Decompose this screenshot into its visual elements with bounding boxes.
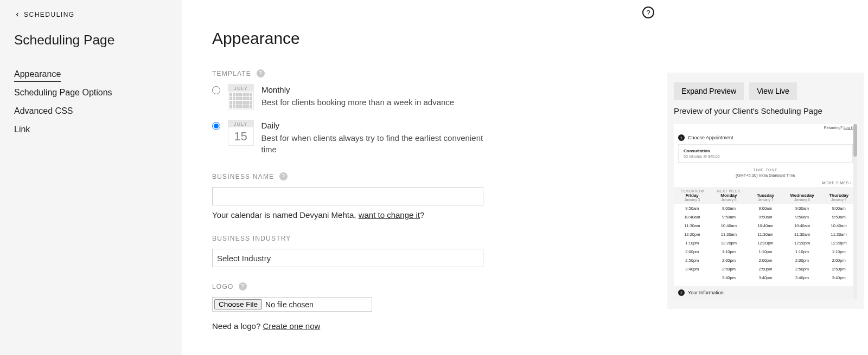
sidebar-item-options[interactable]: Scheduling Page Options bbox=[14, 83, 168, 102]
time-slot[interactable]: 10:40am bbox=[747, 221, 784, 230]
preview-caption: Preview of your Client's Scheduling Page bbox=[674, 106, 857, 115]
chevron-left-icon bbox=[14, 11, 21, 18]
step-1-header: 1 Choose Appointment bbox=[674, 131, 857, 144]
create-logo-link[interactable]: Create one now bbox=[263, 321, 320, 331]
preview-panel: Expand Preview View Live Preview of your… bbox=[667, 0, 868, 355]
time-slot[interactable]: 3:40pm bbox=[711, 273, 748, 282]
sidebar: SCHEDULING Scheduling Page Appearance Sc… bbox=[0, 0, 182, 355]
time-slot[interactable]: 2:50pm bbox=[711, 264, 748, 273]
sidebar-item-link[interactable]: Link bbox=[14, 120, 168, 139]
time-slot[interactable]: 9:00am bbox=[784, 204, 821, 212]
time-slot[interactable]: 2:00pm bbox=[747, 256, 784, 264]
time-slot[interactable]: 1:10pm bbox=[784, 247, 821, 256]
more-times-link[interactable]: MORE TIMES bbox=[674, 181, 857, 185]
main-content: ? Appearance TEMPLATE ? JULY Monthly Bes… bbox=[182, 0, 667, 355]
time-slot[interactable]: 2:00pm bbox=[711, 256, 748, 264]
time-slot[interactable]: 11:30am bbox=[820, 230, 857, 238]
scheduling-preview: Returning? Log in 1 Choose Appointment C… bbox=[674, 124, 857, 299]
file-status: No file chosen bbox=[265, 300, 314, 309]
time-slot[interactable]: 10:40am bbox=[784, 221, 821, 230]
step-2-header: 2 Your Information bbox=[674, 286, 857, 299]
scrollbar[interactable] bbox=[853, 124, 857, 299]
view-live-button[interactable]: View Live bbox=[749, 82, 797, 100]
time-slot[interactable]: 12:20pm bbox=[747, 238, 784, 247]
time-slot[interactable]: 2:50pm bbox=[820, 264, 857, 273]
step-number-icon: 1 bbox=[678, 134, 685, 141]
help-dot-icon[interactable]: ? bbox=[279, 172, 288, 180]
time-slot[interactable]: 10:40am bbox=[711, 221, 748, 230]
time-slot[interactable]: 3:40pm bbox=[674, 264, 711, 273]
sidebar-nav: Appearance Scheduling Page Options Advan… bbox=[14, 65, 168, 139]
template-desc: Best for when clients always try to find… bbox=[261, 132, 494, 155]
calendar-day-icon: JULY 15 bbox=[228, 120, 254, 146]
expand-preview-button[interactable]: Expand Preview bbox=[674, 82, 744, 100]
need-logo-hint: Need a logo? Create one now bbox=[212, 321, 637, 331]
back-label: SCHEDULING bbox=[24, 11, 75, 18]
time-slot[interactable]: 9:50am bbox=[711, 212, 748, 221]
day-column-header[interactable]: WednesdayJanuary 8 bbox=[784, 187, 821, 204]
day-column-header[interactable]: NEXT WEEKMondayJanuary 6 bbox=[711, 187, 748, 204]
time-slot bbox=[674, 273, 711, 282]
time-slot[interactable]: 9:00am bbox=[747, 204, 784, 212]
logo-label: LOGO ? bbox=[212, 282, 637, 291]
template-radio-daily[interactable] bbox=[212, 122, 220, 130]
logo-file-input[interactable]: Choose File No file chosen bbox=[212, 297, 372, 312]
time-slot[interactable]: 1:10pm bbox=[747, 247, 784, 256]
change-name-link[interactable]: want to change it bbox=[359, 210, 420, 220]
sidebar-item-advanced-css[interactable]: Advanced CSS bbox=[14, 102, 168, 120]
template-title: Daily bbox=[261, 120, 494, 131]
time-slot[interactable]: 2:00pm bbox=[674, 247, 711, 256]
time-slot[interactable]: 9:50am bbox=[820, 212, 857, 221]
time-slot[interactable]: 2:00pm bbox=[784, 256, 821, 264]
time-slot[interactable]: 3:40pm bbox=[820, 273, 857, 282]
appointment-type-card[interactable]: Consultation 50 minutes @ $45.00 bbox=[678, 144, 853, 163]
time-slot[interactable]: 1:10pm bbox=[711, 247, 748, 256]
time-slot-table: TOMORROWFridayJanuary 3NEXT WEEKMondayJa… bbox=[674, 187, 857, 282]
template-radio-monthly[interactable] bbox=[212, 86, 220, 94]
time-slot[interactable]: 12:20pm bbox=[711, 238, 748, 247]
day-column-header[interactable]: TOMORROWFridayJanuary 3 bbox=[674, 187, 711, 204]
time-slot[interactable]: 1:10pm bbox=[820, 247, 857, 256]
time-slot[interactable]: 2:50pm bbox=[784, 264, 821, 273]
time-slot[interactable]: 1:10pm bbox=[674, 238, 711, 247]
time-slot[interactable]: 9:00am bbox=[820, 204, 857, 212]
login-link[interactable]: Log in bbox=[844, 126, 854, 130]
timezone-value[interactable]: (GMT+5:30) India Standard Time bbox=[674, 173, 857, 178]
time-slot[interactable]: 12:20pm bbox=[820, 238, 857, 247]
time-slot[interactable]: 11:30am bbox=[674, 221, 711, 230]
business-industry-select[interactable]: Select Industry bbox=[212, 249, 483, 267]
choose-file-button[interactable]: Choose File bbox=[214, 299, 262, 309]
help-icon[interactable]: ? bbox=[642, 7, 654, 18]
time-slot[interactable]: 11:30am bbox=[711, 230, 748, 238]
time-slot[interactable]: 11:30am bbox=[747, 230, 784, 238]
day-column-header[interactable]: ThursdayJanuary 9 bbox=[820, 187, 857, 204]
time-slot[interactable]: 12:20pm bbox=[784, 238, 821, 247]
step-number-icon: 2 bbox=[678, 289, 685, 296]
time-slot[interactable]: 2:00pm bbox=[820, 256, 857, 264]
template-option-monthly[interactable]: JULY Monthly Best for clients booking mo… bbox=[212, 84, 494, 110]
time-slot[interactable]: 9:50am bbox=[674, 204, 711, 212]
back-nav[interactable]: SCHEDULING bbox=[14, 11, 168, 18]
business-name-hint: Your calendar is named Devyani Mehta, wa… bbox=[212, 210, 637, 220]
template-option-daily[interactable]: JULY 15 Daily Best for when clients alwa… bbox=[212, 120, 494, 155]
time-slot[interactable]: 11:30am bbox=[784, 230, 821, 238]
time-slot[interactable]: 9:50am bbox=[784, 212, 821, 221]
template-label: TEMPLATE ? bbox=[212, 69, 637, 78]
time-slot[interactable]: 9:00am bbox=[711, 204, 748, 212]
business-name-input[interactable] bbox=[212, 187, 483, 205]
template-title: Monthly bbox=[261, 84, 454, 95]
time-slot[interactable]: 3:40pm bbox=[747, 273, 784, 282]
time-slot[interactable]: 2:50pm bbox=[674, 256, 711, 264]
time-slot[interactable]: 10:40am bbox=[820, 221, 857, 230]
sidebar-title: Scheduling Page bbox=[14, 33, 168, 48]
time-slot[interactable]: 10:40am bbox=[674, 212, 711, 221]
time-slot[interactable]: 9:50am bbox=[747, 212, 784, 221]
day-column-header[interactable]: TuesdayJanuary 7 bbox=[747, 187, 784, 204]
sidebar-item-appearance[interactable]: Appearance bbox=[14, 65, 168, 83]
time-slot[interactable]: 12:20pm bbox=[674, 230, 711, 238]
time-slot[interactable]: 2:50pm bbox=[747, 264, 784, 273]
time-slot[interactable]: 3:40pm bbox=[784, 273, 821, 282]
business-industry-label: BUSINESS INDUSTRY bbox=[212, 235, 637, 242]
help-dot-icon[interactable]: ? bbox=[257, 69, 265, 78]
help-dot-icon[interactable]: ? bbox=[239, 282, 247, 291]
